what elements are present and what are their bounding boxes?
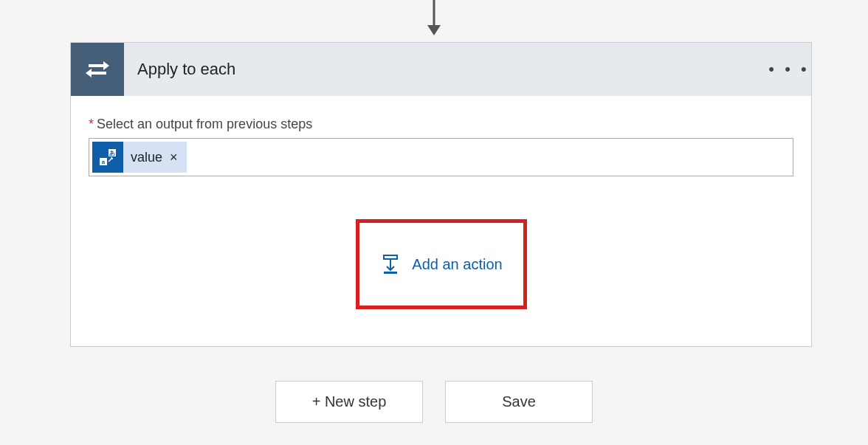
svg-rect-5 xyxy=(384,255,397,259)
add-action-highlight-box: Add an action xyxy=(356,219,527,309)
output-selector-input[interactable]: a あ value × xyxy=(89,138,793,176)
remove-token-button[interactable]: × xyxy=(170,150,178,165)
apply-to-each-card: Apply to each • • • *Select an output fr… xyxy=(70,42,812,347)
arrow-line xyxy=(433,0,435,28)
footer-button-row: + New step Save xyxy=(0,381,868,423)
save-button[interactable]: Save xyxy=(445,381,593,423)
flow-connector-arrow xyxy=(423,0,445,37)
svg-text:あ: あ xyxy=(109,150,115,156)
card-body: *Select an output from previous steps a … xyxy=(71,96,811,346)
svg-text:a: a xyxy=(102,159,106,165)
insert-step-icon xyxy=(379,253,402,275)
new-step-button[interactable]: + New step xyxy=(275,381,423,423)
arrow-head-icon xyxy=(427,25,441,35)
field-label: *Select an output from previous steps xyxy=(89,117,793,132)
add-action-button[interactable]: Add an action xyxy=(379,253,502,275)
token-chip-value[interactable]: a あ value × xyxy=(92,142,187,173)
card-header[interactable]: Apply to each • • • xyxy=(71,43,811,96)
field-label-text: Select an output from previous steps xyxy=(97,117,312,131)
add-action-label: Add an action xyxy=(412,256,502,273)
translate-icon: a あ xyxy=(92,142,123,173)
loop-icon xyxy=(71,43,124,96)
required-asterisk: * xyxy=(89,117,94,131)
more-menu-button[interactable]: • • • xyxy=(767,60,811,79)
token-chip-label: value xyxy=(131,150,162,165)
svg-rect-7 xyxy=(384,272,397,274)
card-title: Apply to each xyxy=(124,60,767,79)
